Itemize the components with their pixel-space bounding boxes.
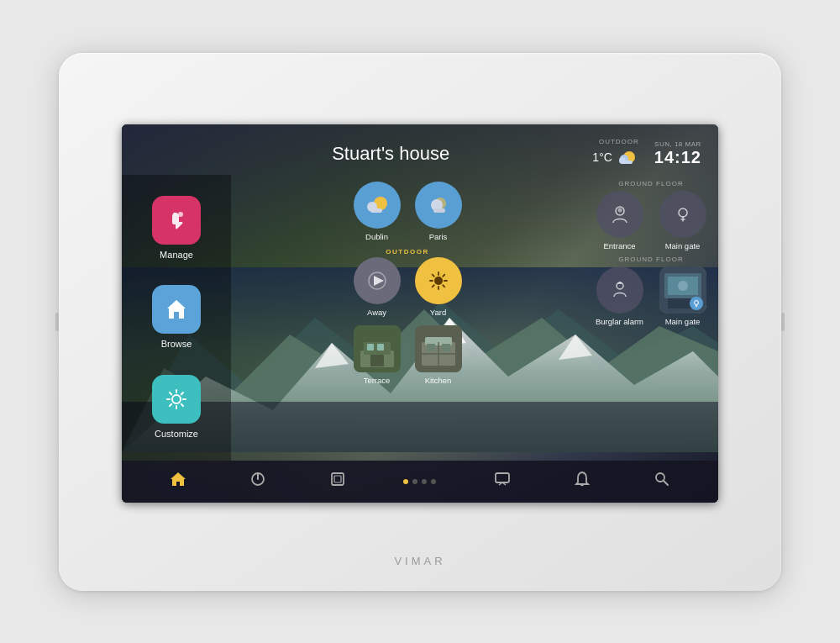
device-shell: Stuart's house OUTDOOR 1°C SUN, 18 MAR 1… <box>59 53 781 591</box>
cam-key-overlay <box>690 297 703 310</box>
sidebar-item-customize[interactable]: Customize <box>152 375 201 439</box>
svg-rect-50 <box>332 473 344 485</box>
paris-label: Paris <box>429 232 448 241</box>
grid-item-away[interactable]: Away <box>349 257 404 317</box>
outdoor-label: OUTDOOR <box>599 138 639 145</box>
weather-block: OUTDOOR 1°C <box>592 138 639 169</box>
main-gate-top-label: Main gate <box>665 241 701 250</box>
bottom-nav <box>122 461 718 503</box>
grid-item-main-gate-cam[interactable]: Main gate <box>655 266 710 326</box>
date: SUN, 18 MAR <box>654 140 701 148</box>
floor-label-top: GROUND FLOOR <box>591 180 711 187</box>
brand-label: VIMAR <box>394 555 445 567</box>
svg-marker-13 <box>167 300 186 319</box>
right-row-2: Burglar alarm <box>591 266 711 326</box>
nav-pages[interactable] <box>324 466 351 497</box>
yard-icon <box>415 257 462 304</box>
grid-row-2: Away Yard <box>239 257 575 317</box>
time: 14:12 <box>654 148 701 167</box>
svg-rect-35 <box>427 344 435 351</box>
entrance-icon <box>596 191 643 238</box>
right-side-button[interactable] <box>781 313 785 331</box>
svg-point-39 <box>679 208 687 217</box>
grid-item-kitchen[interactable]: Kitchen <box>411 325 465 385</box>
grid-row-3: Terrace <box>239 325 575 385</box>
manage-label: Manage <box>160 250 193 260</box>
svg-rect-36 <box>442 344 450 351</box>
svg-point-47 <box>694 300 698 304</box>
dot-2 <box>412 479 417 484</box>
svg-rect-28 <box>377 344 384 350</box>
entrance-label: Entrance <box>603 241 635 250</box>
floor-label-bottom: GROUND FLOOR <box>591 256 711 263</box>
svg-rect-52 <box>496 473 509 482</box>
sidebar-item-browse[interactable]: Browse <box>152 285 201 349</box>
terrace-thumb <box>354 325 401 372</box>
burglar-label: Burglar alarm <box>596 317 643 326</box>
house-title: Stuart's house <box>189 143 592 165</box>
main-gate-cam-thumb <box>659 266 706 314</box>
dublin-icon <box>354 182 401 229</box>
dot-1 <box>403 479 408 484</box>
svg-point-38 <box>617 208 622 212</box>
grid-item-terrace[interactable]: Terrace <box>349 325 404 385</box>
dot-4 <box>431 479 436 484</box>
right-section: GROUND FLOOR Entrance <box>584 175 718 461</box>
svg-point-46 <box>678 281 688 291</box>
grid-item-dublin[interactable]: Dublin <box>349 182 404 241</box>
svg-rect-20 <box>433 208 445 213</box>
outdoor-section-label: OUTDOOR <box>239 248 575 256</box>
svg-point-14 <box>172 395 181 403</box>
yard-label: Yard <box>430 308 446 317</box>
burglar-icon <box>596 266 643 314</box>
nav-chat[interactable] <box>489 466 516 497</box>
customize-label: Customize <box>155 429 198 439</box>
dublin-label: Dublin <box>365 232 388 241</box>
dot-3 <box>422 479 427 484</box>
center-grid: Dublin Paris <box>231 175 584 461</box>
svg-marker-48 <box>171 472 186 486</box>
sidebar-item-manage[interactable]: Manage <box>152 196 201 260</box>
kitchen-thumb <box>415 325 462 372</box>
main-gate-cam-label: Main gate <box>665 317 701 326</box>
weather-icon <box>616 145 639 169</box>
svg-rect-17 <box>370 208 382 213</box>
svg-rect-29 <box>370 355 384 366</box>
grid-row-1: Dublin Paris <box>239 182 575 241</box>
grid-item-yard[interactable]: Yard <box>411 257 465 317</box>
grid-item-entrance[interactable]: Entrance <box>592 191 647 250</box>
main-content: Manage Browse <box>122 175 718 461</box>
page-dots <box>403 479 436 484</box>
svg-point-12 <box>178 212 183 217</box>
terrace-label: Terrace <box>364 376 391 385</box>
nav-power[interactable] <box>244 466 271 497</box>
svg-rect-51 <box>334 476 341 482</box>
svg-point-23 <box>434 277 443 285</box>
away-label: Away <box>367 308 386 317</box>
grid-item-paris[interactable]: Paris <box>411 182 465 241</box>
grid-item-main-gate-top[interactable]: Main gate <box>655 191 710 250</box>
nav-home[interactable] <box>165 466 192 497</box>
browse-label: Browse <box>161 339 192 349</box>
nav-search[interactable] <box>648 466 675 497</box>
svg-rect-11 <box>621 161 633 164</box>
svg-rect-27 <box>367 344 374 350</box>
paris-icon <box>415 182 462 229</box>
datetime-block: SUN, 18 MAR 14:12 <box>654 140 701 167</box>
left-sidebar: Manage Browse <box>122 175 231 461</box>
grid-item-burglar[interactable]: Burglar alarm <box>592 266 647 326</box>
screen: Stuart's house OUTDOOR 1°C SUN, 18 MAR 1… <box>122 124 718 503</box>
manage-icon <box>152 196 201 245</box>
svg-marker-22 <box>374 276 384 286</box>
nav-bell[interactable] <box>569 466 596 497</box>
left-side-button[interactable] <box>55 313 59 331</box>
temperature: 1°C <box>592 150 612 164</box>
away-icon <box>354 257 401 304</box>
main-gate-top-icon <box>659 191 706 238</box>
browse-icon-bg <box>152 285 201 334</box>
right-row-1: Entrance Main gate <box>591 191 711 250</box>
kitchen-label: Kitchen <box>425 376 452 385</box>
customize-icon-bg <box>152 375 201 424</box>
